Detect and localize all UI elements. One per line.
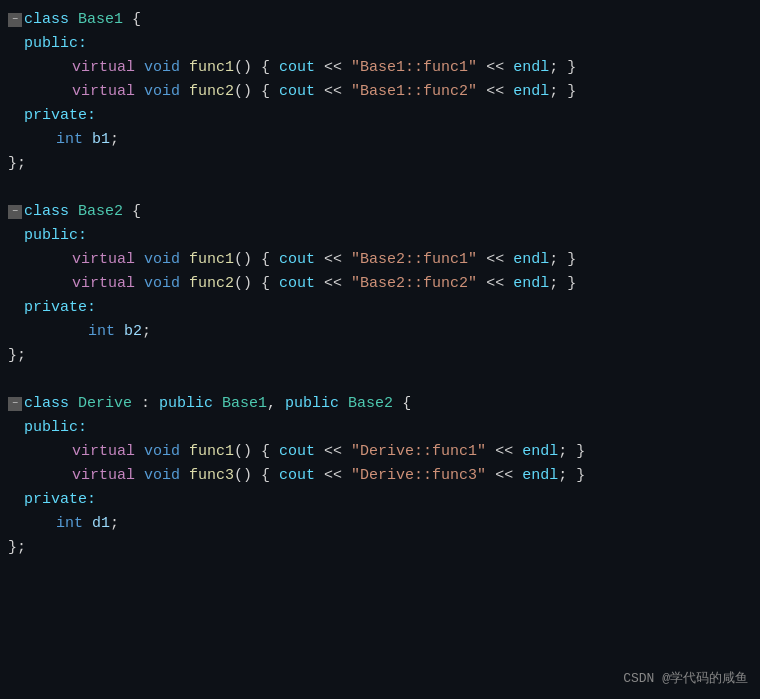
class-block-base1: − class Base1 { public: virtual void fun… bbox=[0, 8, 760, 176]
line-public-base1: public: bbox=[0, 32, 760, 56]
keyword-public: public: bbox=[24, 416, 87, 440]
keyword-public1: public bbox=[159, 392, 222, 416]
keyword-class: class bbox=[24, 8, 78, 32]
line-member-b2: int b2; bbox=[0, 320, 760, 344]
line-public-derive: public: bbox=[0, 416, 760, 440]
varname-b1: b1 bbox=[92, 128, 110, 152]
keyword-virtual: virtual bbox=[72, 248, 144, 272]
keyword-public: public: bbox=[24, 32, 87, 56]
keyword-class: class bbox=[24, 200, 78, 224]
line-close-base2: }; bbox=[0, 344, 760, 368]
class-block-derive: − class Derive : public Base1, public Ba… bbox=[0, 392, 760, 560]
line-func1-derive: virtual void func1() { cout << "Derive::… bbox=[0, 440, 760, 464]
keyword-int: int bbox=[88, 320, 124, 344]
keyword-void: void bbox=[144, 80, 189, 104]
varname-d1: d1 bbox=[92, 512, 110, 536]
collapse-icon-base2[interactable]: − bbox=[8, 205, 22, 219]
line-func2-base1: virtual void func2() { cout << "Base1::f… bbox=[0, 80, 760, 104]
line-func2-base2: virtual void func2() { cout << "Base2::f… bbox=[0, 272, 760, 296]
keyword-int: int bbox=[56, 128, 92, 152]
keyword-int: int bbox=[56, 512, 92, 536]
keyword-void: void bbox=[144, 248, 189, 272]
spacer-1 bbox=[0, 192, 760, 200]
classname-base2: Base2 bbox=[78, 200, 123, 224]
keyword-void: void bbox=[144, 440, 189, 464]
keyword-public2: public bbox=[285, 392, 348, 416]
code-editor: − class Base1 { public: virtual void fun… bbox=[0, 0, 760, 699]
line-class-base2: − class Base2 { bbox=[0, 200, 760, 224]
keyword-private: private: bbox=[24, 296, 96, 320]
keyword-void: void bbox=[144, 272, 189, 296]
line-private-base2: private: bbox=[0, 296, 760, 320]
line-close-derive: }; bbox=[0, 536, 760, 560]
watermark: CSDN @学代码的咸鱼 bbox=[623, 669, 748, 687]
keyword-void: void bbox=[144, 464, 189, 488]
line-private-base1: private: bbox=[0, 104, 760, 128]
keyword-virtual: virtual bbox=[72, 80, 144, 104]
funcname-func1: func1 bbox=[189, 248, 234, 272]
varname-b2: b2 bbox=[124, 320, 142, 344]
class-block-base2: − class Base2 { public: virtual void fun… bbox=[0, 200, 760, 368]
funcname-func1: func1 bbox=[189, 56, 234, 80]
keyword-public: public: bbox=[24, 224, 87, 248]
keyword-virtual: virtual bbox=[72, 272, 144, 296]
collapse-icon-base1[interactable]: − bbox=[8, 13, 22, 27]
base1-ref: Base1 bbox=[222, 392, 267, 416]
line-func3-derive: virtual void func3() { cout << "Derive::… bbox=[0, 464, 760, 488]
classname-base1: Base1 bbox=[78, 8, 123, 32]
classname-derive: Derive bbox=[78, 392, 132, 416]
line-private-derive: private: bbox=[0, 488, 760, 512]
line-func1-base1: virtual void func1() { cout << "Base1::f… bbox=[0, 56, 760, 80]
keyword-private: private: bbox=[24, 488, 96, 512]
funcname-func1: func1 bbox=[189, 440, 234, 464]
line-class-base1: − class Base1 { bbox=[0, 8, 760, 32]
keyword-void: void bbox=[144, 56, 189, 80]
collapse-icon-derive[interactable]: − bbox=[8, 397, 22, 411]
line-close-base1: }; bbox=[0, 152, 760, 176]
keyword-class: class bbox=[24, 392, 78, 416]
line-public-base2: public: bbox=[0, 224, 760, 248]
spacer-2 bbox=[0, 384, 760, 392]
funcname-func3: func3 bbox=[189, 464, 234, 488]
funcname-func2: func2 bbox=[189, 272, 234, 296]
base2-ref: Base2 bbox=[348, 392, 393, 416]
line-member-b1: int b1; bbox=[0, 128, 760, 152]
line-func1-base2: virtual void func1() { cout << "Base2::f… bbox=[0, 248, 760, 272]
line-class-derive: − class Derive : public Base1, public Ba… bbox=[0, 392, 760, 416]
keyword-virtual: virtual bbox=[72, 464, 144, 488]
keyword-virtual: virtual bbox=[72, 440, 144, 464]
line-member-d1: int d1; bbox=[0, 512, 760, 536]
funcname-func2: func2 bbox=[189, 80, 234, 104]
keyword-virtual: virtual bbox=[72, 56, 144, 80]
keyword-private: private: bbox=[24, 104, 96, 128]
